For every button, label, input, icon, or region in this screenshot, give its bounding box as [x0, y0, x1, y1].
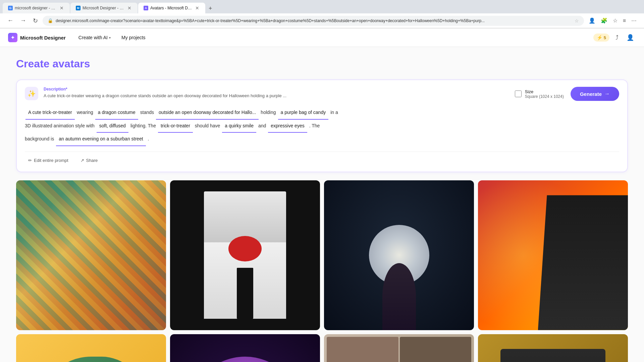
field-lighting[interactable]: soft, diffused: [97, 120, 128, 133]
field-background[interactable]: an autumn evening on a suburban street: [56, 133, 146, 146]
description-text: A cute trick-or-treater wearing a dragon…: [44, 93, 509, 99]
more-icon[interactable]: ⋯: [629, 15, 639, 26]
image-7-content: [324, 334, 474, 362]
collections-icon[interactable]: ≡: [621, 16, 628, 26]
image-2-flower: [228, 236, 261, 261]
tab-1[interactable]: G microsoft designer - Google S... ✕: [3, 3, 70, 13]
header-right: ⚡ 5 ⤴ 👤: [593, 32, 636, 43]
share-header-button[interactable]: ⤴: [613, 32, 621, 43]
image-2-pen: [237, 268, 253, 319]
connector-and: and: [258, 120, 266, 132]
bookmark-icon[interactable]: ☆: [575, 18, 579, 23]
edit-prompt-button[interactable]: ✏ Edit entire prompt: [25, 156, 72, 165]
prompt-card-top: ✨ Description* A cute trick-or-treater w…: [25, 87, 619, 101]
address-bar[interactable]: 🔒 designer.microsoft.com/image-creator?s…: [43, 16, 584, 26]
prompt-row-1: A cute trick-or-treater wearing a dragon…: [25, 106, 619, 120]
image-item-4[interactable]: [478, 180, 628, 330]
field-holding[interactable]: a purple bag of candy: [278, 106, 329, 120]
tab-3-title: Avatars - Microsoft Designer: [150, 6, 193, 10]
back-button[interactable]: ←: [5, 16, 15, 25]
background-is: background is: [25, 133, 54, 145]
field-wearing[interactable]: a dragon costume: [95, 106, 138, 120]
image-item-6[interactable]: [170, 334, 320, 362]
period-1: . The: [309, 120, 320, 132]
prompt-row-2: 3D illustrated animation style with soft…: [25, 120, 619, 133]
prompt-icon: ✨: [25, 87, 38, 100]
account-button[interactable]: 👤: [625, 32, 636, 43]
nav-bar: ← → ↻ 🔒 designer.microsoft.com/image-cre…: [0, 13, 644, 28]
size-checkbox[interactable]: [515, 90, 522, 97]
extensions-icon[interactable]: 🧩: [599, 15, 609, 26]
page-title-plain: Create: [16, 58, 53, 70]
edit-prompt-label: Edit entire prompt: [34, 158, 68, 163]
style-prefix: 3D illustrated animation style with: [25, 120, 95, 132]
tab-2-close[interactable]: ✕: [127, 5, 132, 11]
size-control: Size Square (1024 x 1024): [515, 89, 564, 99]
favorites-icon[interactable]: ☆: [611, 15, 620, 26]
size-value: Square (1024 x 1024): [525, 94, 564, 99]
prompt-actions: ✏ Edit entire prompt ↗ Share: [25, 152, 619, 165]
coins-badge: ⚡ 5: [593, 34, 609, 42]
image-6-content: [170, 334, 320, 362]
new-tab-button[interactable]: +: [206, 4, 215, 13]
should-have: should have: [195, 120, 220, 132]
field-feature2[interactable]: expressive eyes: [268, 120, 307, 133]
image-item-5[interactable]: [16, 334, 166, 362]
lighting-suffix: lighting. The: [130, 120, 156, 132]
image-8-hat: [500, 349, 605, 362]
my-projects-nav[interactable]: My projects: [117, 33, 150, 42]
image-3-figure: [382, 263, 416, 330]
image-item-8[interactable]: [478, 334, 628, 362]
tab-2[interactable]: M Microsoft Designer - Stunning ... ✕: [70, 3, 138, 13]
share-label: Share: [86, 158, 98, 163]
tab-1-close[interactable]: ✕: [59, 5, 64, 11]
address-text: designer.microsoft.com/image-creator?sce…: [56, 18, 572, 23]
size-info: Size Square (1024 x 1024): [525, 89, 564, 99]
generate-button[interactable]: Generate →: [571, 87, 619, 101]
image-7-frame2: [400, 337, 472, 362]
field-location[interactable]: outside an open doorway decorated for Ha…: [156, 106, 259, 120]
refresh-button[interactable]: ↻: [31, 16, 40, 26]
image-item-7[interactable]: [324, 334, 474, 362]
field-character-ref[interactable]: trick-or-treater: [158, 120, 193, 133]
image-item-3[interactable]: [324, 180, 474, 330]
image-7-gallery: [324, 334, 474, 362]
app-header: ✦ Microsoft Designer Create with AI ▾ My…: [0, 28, 644, 47]
share-icon: ↗: [80, 158, 84, 163]
browser-chrome: G microsoft designer - Google S... ✕ M M…: [0, 0, 644, 28]
image-5-leaves: [39, 357, 144, 362]
description-label: Description*: [44, 87, 509, 92]
connector-stands: stands: [140, 107, 154, 118]
image-item-1[interactable]: [16, 180, 166, 330]
connector-in-a: in a: [330, 107, 338, 118]
generate-label: Generate: [580, 91, 602, 97]
prompt-card: ✨ Description* A cute trick-or-treater w…: [16, 79, 628, 172]
tab-3-favicon: A: [144, 6, 148, 10]
page-title: Create avatars: [16, 58, 628, 70]
field-subject[interactable]: A cute trick-or-treater: [25, 106, 75, 120]
edit-icon: ✏: [28, 158, 32, 163]
my-projects-label: My projects: [121, 35, 146, 40]
generate-arrow-icon: →: [604, 91, 610, 97]
tab-3-close[interactable]: ✕: [195, 5, 200, 11]
coins-count: 5: [604, 35, 606, 40]
profile-icon[interactable]: 👤: [587, 15, 597, 26]
main-content: Create avatars ✨ Description* A cute tri…: [0, 47, 644, 362]
prompt-row-3: background is an autumn evening on a sub…: [25, 133, 619, 146]
period-2: .: [148, 133, 149, 145]
tab-1-favicon: G: [8, 6, 13, 10]
page-title-accent: avatars: [53, 58, 90, 70]
image-grid: [16, 180, 628, 362]
create-with-ai-nav[interactable]: Create with AI ▾: [74, 33, 115, 42]
image-5-content: [16, 334, 166, 362]
image-2-top: [204, 191, 286, 242]
field-feature1[interactable]: a quirky smile: [222, 120, 256, 133]
prompt-builder: A cute trick-or-treater wearing a dragon…: [25, 106, 619, 146]
image-item-2[interactable]: [170, 180, 320, 330]
app-logo[interactable]: ✦ Microsoft Designer: [8, 33, 66, 42]
app-nav: Create with AI ▾ My projects: [74, 33, 150, 42]
create-with-ai-label: Create with AI: [78, 35, 108, 40]
share-prompt-button[interactable]: ↗ Share: [77, 156, 101, 165]
forward-button[interactable]: →: [18, 16, 28, 25]
tab-3[interactable]: A Avatars - Microsoft Designer ✕: [138, 3, 205, 13]
